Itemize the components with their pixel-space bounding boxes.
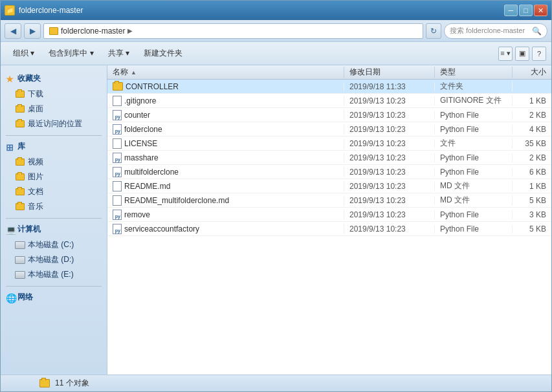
table-row[interactable]: .gitignore 2019/9/13 10:23 GITIGNORE 文件 … bbox=[107, 94, 551, 108]
file-type-cell: 文件夹 bbox=[435, 81, 513, 92]
sidebar-item-disk-c[interactable]: 本地磁盘 (C:) bbox=[1, 237, 107, 252]
recent-folder-icon bbox=[15, 120, 25, 129]
back-button[interactable]: ◀ bbox=[5, 23, 21, 39]
col-type-header[interactable]: 类型 bbox=[435, 67, 513, 78]
sidebar-network-header[interactable]: 🌐 网络 bbox=[1, 289, 107, 305]
sidebar-library-header[interactable]: ⊞ 库 bbox=[1, 138, 107, 155]
share-button[interactable]: 共享 ▾ bbox=[101, 45, 137, 63]
title-bar-buttons: ─ □ ✕ bbox=[504, 5, 547, 16]
table-row[interactable]: serviceaccountfactory 2019/9/13 10:23 Py… bbox=[107, 222, 551, 236]
forward-button[interactable]: ▶ bbox=[24, 23, 41, 39]
sidebar-computer-section: 💻 计算机 本地磁盘 (C:) 本地磁盘 (D:) 本地磁盘 (E:) bbox=[1, 221, 107, 282]
table-row[interactable]: README.md 2019/9/13 10:23 MD 文件 1 KB bbox=[107, 179, 551, 193]
sidebar-item-disk-d[interactable]: 本地磁盘 (D:) bbox=[1, 252, 107, 267]
file-type-cell: MD 文件 bbox=[435, 180, 513, 191]
download-folder-icon bbox=[15, 90, 25, 99]
sidebar-disk-d-label: 本地磁盘 (D:) bbox=[28, 254, 74, 265]
table-row[interactable]: masshare 2019/9/13 10:23 Python File 2 K… bbox=[107, 151, 551, 165]
network-icon: 🌐 bbox=[6, 293, 15, 302]
sidebar-divider-3 bbox=[6, 286, 102, 287]
file-list-container: 名称 ▲ 修改日期 类型 大小 CONTROLLER 2019/9/18 11:… bbox=[107, 65, 551, 375]
file-name-cell: serviceaccountfactory bbox=[107, 224, 344, 234]
file-date-cell: 2019/9/13 10:23 bbox=[344, 96, 435, 105]
file-name-cell: .gitignore bbox=[107, 96, 344, 106]
file-size-cell: 35 KB bbox=[513, 139, 551, 148]
file-name: README_multifolderclone.md bbox=[124, 196, 229, 205]
image-folder-icon bbox=[15, 173, 25, 182]
sidebar-network-label: 网络 bbox=[17, 292, 33, 303]
close-button[interactable]: ✕ bbox=[534, 5, 547, 16]
col-name-header[interactable]: 名称 ▲ bbox=[107, 67, 344, 78]
sidebar-item-recent[interactable]: 最近访问的位置 bbox=[1, 116, 107, 131]
minimize-button[interactable]: ─ bbox=[504, 5, 518, 16]
breadcrumb[interactable]: folderclone-master ▶ bbox=[43, 23, 423, 39]
file-size-cell: 1 KB bbox=[513, 182, 551, 191]
sidebar-computer-header[interactable]: 💻 计算机 bbox=[1, 221, 107, 237]
include-library-button[interactable]: 包含到库中 ▾ bbox=[41, 45, 100, 63]
table-row[interactable]: multifolderclone 2019/9/13 10:23 Python … bbox=[107, 165, 551, 179]
sidebar-item-download[interactable]: 下载 bbox=[1, 87, 107, 102]
file-name: remove bbox=[124, 210, 150, 219]
python-file-icon bbox=[113, 224, 122, 234]
sidebar-item-docs[interactable]: 文档 bbox=[1, 184, 107, 199]
file-date-cell: 2019/9/13 10:23 bbox=[344, 210, 435, 219]
col-size-header[interactable]: 大小 bbox=[513, 67, 551, 78]
organize-button[interactable]: 组织 ▾ bbox=[6, 45, 41, 63]
refresh-button[interactable]: ↻ bbox=[426, 23, 441, 39]
maximize-button[interactable]: □ bbox=[519, 5, 533, 16]
sidebar-download-label: 下载 bbox=[28, 89, 43, 100]
toolbar-right: ≡ ▾ ▣ ? bbox=[498, 47, 546, 61]
status-count: 11 个对象 bbox=[55, 378, 89, 389]
sidebar-item-disk-e[interactable]: 本地磁盘 (E:) bbox=[1, 267, 107, 282]
table-row[interactable]: folderclone 2019/9/13 10:23 Python File … bbox=[107, 122, 551, 136]
breadcrumb-arrow: ▶ bbox=[127, 27, 133, 34]
python-file-icon bbox=[113, 124, 122, 135]
breadcrumb-text: folderclone-master bbox=[61, 27, 125, 36]
file-date-cell: 2019/9/13 10:23 bbox=[344, 111, 435, 120]
include-label: 包含到库中 ▾ bbox=[49, 48, 93, 59]
search-placeholder-text: 搜索 folderclone-master bbox=[450, 26, 529, 36]
table-row[interactable]: LICENSE 2019/9/13 10:23 文件 35 KB bbox=[107, 136, 551, 151]
table-row[interactable]: remove 2019/9/13 10:23 Python File 3 KB bbox=[107, 208, 551, 222]
sidebar-desktop-label: 桌面 bbox=[28, 103, 43, 114]
view-toggle-button[interactable]: ≡ ▾ bbox=[498, 47, 513, 61]
file-size-cell: 5 KB bbox=[513, 196, 551, 205]
search-bar[interactable]: 搜索 folderclone-master 🔍 bbox=[444, 23, 547, 39]
sidebar-divider-2 bbox=[6, 218, 102, 219]
file-size-cell: 5 KB bbox=[513, 224, 551, 234]
sidebar-item-image[interactable]: 图片 bbox=[1, 169, 107, 184]
md-file-icon bbox=[113, 181, 122, 191]
help-button[interactable]: ? bbox=[532, 47, 546, 61]
library-icon: ⊞ bbox=[6, 142, 15, 151]
col-date-header[interactable]: 修改日期 bbox=[344, 67, 435, 78]
sidebar-recent-label: 最近访问的位置 bbox=[28, 118, 82, 129]
sidebar-item-desktop[interactable]: 桌面 bbox=[1, 102, 107, 116]
file-name-cell: folderclone bbox=[107, 124, 344, 135]
sidebar-music-label: 音乐 bbox=[28, 201, 43, 212]
disk-e-icon bbox=[15, 270, 25, 279]
view-btn-label: ≡ ▾ bbox=[500, 49, 510, 58]
view-pane-button[interactable]: ▣ bbox=[515, 47, 529, 61]
folder-icon bbox=[113, 82, 123, 91]
table-row[interactable]: README_multifolderclone.md 2019/9/13 10:… bbox=[107, 193, 551, 208]
file-size-cell: 3 KB bbox=[513, 210, 551, 219]
sidebar-favorites-header[interactable]: ★ 收藏夹 bbox=[1, 71, 107, 87]
table-row[interactable]: CONTROLLER 2019/9/18 11:33 文件夹 bbox=[107, 80, 551, 94]
generic-file-icon bbox=[113, 138, 122, 149]
file-size-cell: 6 KB bbox=[513, 168, 551, 177]
disk-d-icon bbox=[15, 256, 25, 265]
file-rows: CONTROLLER 2019/9/18 11:33 文件夹 .gitignor… bbox=[107, 80, 551, 236]
file-name: CONTROLLER bbox=[126, 82, 179, 91]
sidebar-library-section: ⊞ 库 视频 图片 文档 音乐 bbox=[1, 138, 107, 214]
file-date-cell: 2019/9/13 10:23 bbox=[344, 139, 435, 148]
title-bar-icon: 📁 bbox=[5, 5, 15, 16]
table-row[interactable]: counter 2019/9/13 10:23 Python File 2 KB bbox=[107, 108, 551, 122]
sidebar-item-video[interactable]: 视频 bbox=[1, 155, 107, 169]
file-type-cell: Python File bbox=[435, 224, 513, 234]
file-date-cell: 2019/9/13 10:23 bbox=[344, 182, 435, 191]
new-folder-button[interactable]: 新建文件夹 bbox=[137, 45, 190, 63]
computer-icon: 💻 bbox=[6, 225, 15, 234]
sidebar-image-label: 图片 bbox=[28, 171, 43, 182]
sidebar-item-music[interactable]: 音乐 bbox=[1, 199, 107, 214]
file-name-cell: README_multifolderclone.md bbox=[107, 195, 344, 206]
